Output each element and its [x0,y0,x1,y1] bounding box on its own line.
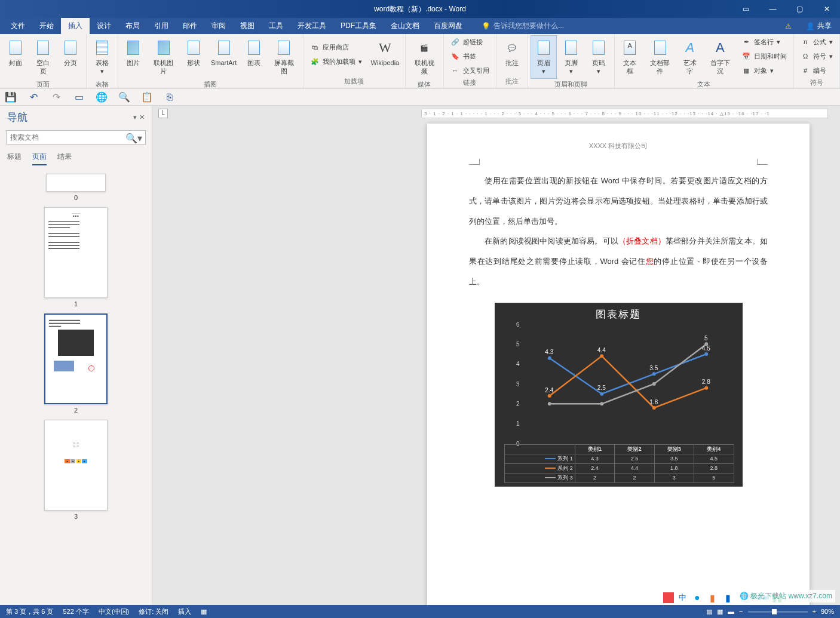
redo-button[interactable]: ↷ [49,90,63,104]
date-time-button[interactable]: 📅日期和时间 [737,50,791,63]
tray-icon[interactable]: ▮ [725,592,736,603]
qat-btn-4[interactable]: 📋 [140,90,154,104]
header-button[interactable]: 页眉▾ [531,35,557,79]
tray-icon[interactable]: 中 [679,592,689,603]
svg-point-0 [547,356,551,359]
menu-references[interactable]: 引用 [147,18,176,34]
status-mode[interactable]: 插入 [178,607,191,616]
bookmark-button[interactable]: 🔖书签 [446,50,493,63]
menu-baidu[interactable]: 百度网盘 [427,18,470,34]
menu-view[interactable]: 视图 [233,18,262,34]
qat-btn-3[interactable]: 🔍 [117,90,131,104]
qat-btn-1[interactable]: ▭ [72,90,86,104]
thumbnail-3[interactable]: □—□□—□■ ■ ■ ■ [44,420,108,511]
object-button[interactable]: ▦对象 ▾ [737,64,791,77]
menu-insert[interactable]: 插入 [61,18,90,34]
page-number-button[interactable]: 页码▾ [585,35,612,79]
share-button[interactable]: 👤共享 [798,18,840,34]
macro-icon[interactable]: ▦ [201,608,207,616]
pictures-button[interactable]: 图片 [121,35,146,70]
nav-close-icon[interactable]: ✕ [139,113,145,121]
view-read-icon[interactable]: ▤ [706,608,712,616]
save-button[interactable]: 💾 [4,90,18,104]
view-print-icon[interactable]: ▦ [717,608,723,616]
zoom-slider[interactable] [748,611,808,613]
ribbon-options-icon[interactable]: ▭ [732,0,759,18]
document-page[interactable]: XXXX 科技有限公司 使用在需要位置出现的新按钮在 Word 中保存时间。若要… [427,124,810,605]
qat-btn-2[interactable]: 🌐 [94,90,109,104]
zoom-out-button[interactable]: − [739,608,743,615]
online-video-button[interactable]: 🎬联机视频 [408,35,440,79]
equation-button[interactable]: π公式 ▾ [796,35,837,48]
blank-page-button[interactable]: 空白页 [30,35,57,79]
nav-tab-headings[interactable]: 标题 [7,152,22,165]
group-label-text: 文本 [617,79,791,91]
tray-icon[interactable]: ● [694,592,705,603]
horizontal-ruler[interactable]: 3 · 1 · 2 · 1 · 1 · · · · · 1 · · · 2 · … [421,109,828,118]
menu-design[interactable]: 设计 [90,18,118,34]
menu-review[interactable]: 审阅 [204,18,233,34]
thumbnail-2[interactable]: ▬▬▬▬▬▬▬▬▬▬▬▬▬▬▬▬▬▬▬▬▬▬▬▬▬▬▬▬▬▬▬ [44,313,108,404]
hyperlink-button[interactable]: 🔗超链接 [446,35,493,48]
status-page[interactable]: 第 3 页，共 6 页 [6,607,53,616]
drop-cap-button[interactable]: A首字下沉 [704,35,736,79]
screenshot-button[interactable]: 屏幕截图 [268,35,300,79]
number-button[interactable]: #编号 [796,64,837,77]
thumbnail-1[interactable]: — — —■ ■ ■▬▬▬▬▬▬▬▬▬▬▬▬▬▬▬▬▬▬▬▬▬▬▬▬▬▬▬▬▬▬… [44,207,108,298]
tray-icon[interactable]: ▮ [710,592,721,603]
status-words[interactable]: 522 个字 [63,607,88,616]
close-button[interactable]: ✕ [813,0,840,18]
online-pictures-button[interactable]: 联机图片 [148,35,180,79]
status-bar: 第 3 页，共 6 页 522 个字 中文(中国) 修订: 关闭 插入 ▦ ▤ … [0,605,840,618]
menu-layout[interactable]: 布局 [118,18,147,34]
document-body[interactable]: 使用在需要位置出现的新按钮在 Word 中保存时间。若要更改图片适应文档的方式，… [469,171,768,292]
wordart-button[interactable]: A艺术字 [677,35,703,79]
undo-button[interactable]: ↶ [26,90,41,104]
view-web-icon[interactable]: ▬ [728,608,734,615]
textbox-button[interactable]: A文本框 [617,35,643,79]
symbol-button[interactable]: Ω符号 ▾ [796,50,837,63]
warning-icon[interactable]: ⚠ [785,18,792,34]
document-area[interactable]: L 3 · 1 · 2 · 1 · 1 · · · · · 1 · · · 2 … [152,106,840,605]
nav-search-input[interactable] [6,130,146,144]
comment-button[interactable]: 💬批注 [499,35,525,70]
nav-tab-results[interactable]: 结果 [57,152,72,165]
tray-icon[interactable] [663,592,674,603]
status-revisions[interactable]: 修订: 关闭 [139,607,168,616]
quick-parts-button[interactable]: 文档部件 [644,35,676,79]
crossref-button[interactable]: ↔交叉引用 [446,64,493,77]
menu-developer[interactable]: 开发工具 [290,18,333,34]
ruler-toggle[interactable]: L [158,109,168,118]
signature-line-button[interactable]: ✒签名行 ▾ [737,35,791,48]
qat-btn-5[interactable]: ⎘ [163,90,177,104]
page-break-button[interactable]: 分页 [57,35,84,70]
my-addins-button[interactable]: 🧩我的加载项 ▾ [306,55,366,68]
table-button[interactable]: 表格▾ [89,35,115,79]
embedded-chart[interactable]: 图表标题 01234564.32.53.54.52.44.41.82.85 类别… [495,303,743,487]
zoom-level[interactable]: 90% [821,608,834,615]
cover-page-button[interactable]: 封面 [2,35,29,70]
minimize-button[interactable]: — [759,0,786,18]
smartart-button[interactable]: SmartArt [208,35,240,70]
title-bar: word教程（新）.docx - Word ▭ — ▢ ✕ [0,0,840,18]
thumbnail-0[interactable] [46,174,106,192]
zoom-in-button[interactable]: + [813,608,816,615]
menu-home[interactable]: 开始 [32,18,61,34]
menu-file[interactable]: 文件 [4,18,32,34]
status-language[interactable]: 中文(中国) [99,607,129,616]
menu-tools[interactable]: 工具 [262,18,290,34]
menu-pdf[interactable]: PDF工具集 [333,18,384,34]
shapes-button[interactable]: 形状 [181,35,207,70]
chart-button[interactable]: 图表 [241,35,267,70]
footer-button[interactable]: 页脚▾ [558,35,584,79]
nav-tab-pages[interactable]: 页面 [32,152,47,165]
menu-kingsoft[interactable]: 金山文档 [384,18,427,34]
wikipedia-button[interactable]: WWikipedia [367,35,403,70]
app-store-button[interactable]: 🛍应用商店 [306,41,366,54]
store-icon: 🛍 [310,42,320,52]
nav-dropdown-icon[interactable]: ▾ [133,113,137,121]
search-icon[interactable]: 🔍▾ [125,133,142,144]
maximize-button[interactable]: ▢ [786,0,813,18]
tell-me-search[interactable]: 💡告诉我您想要做什么... [482,18,564,34]
menu-mailings[interactable]: 邮件 [176,18,204,34]
